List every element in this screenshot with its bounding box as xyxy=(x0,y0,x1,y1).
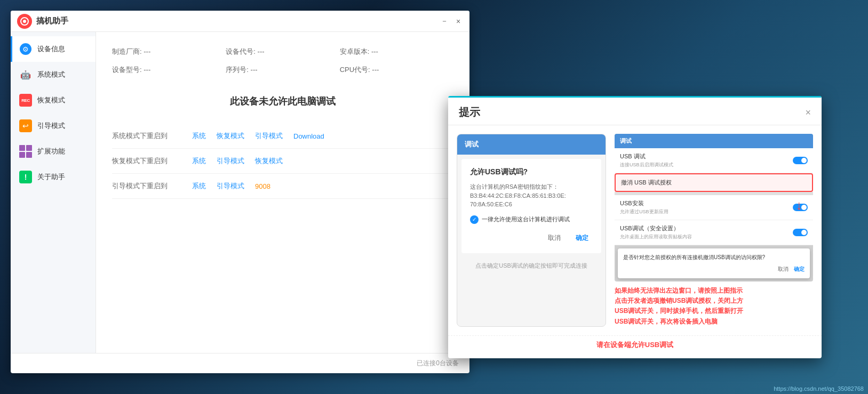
phone-screen-header: 调试 xyxy=(615,134,813,148)
cpu-item: CPU代号: --- xyxy=(340,61,453,79)
usb-ok-button[interactable]: 确定 xyxy=(571,231,593,245)
sidebar-item-recovery-mode[interactable]: REC 恢复模式 xyxy=(11,87,95,113)
reboot-row-recovery: 恢复模式下重启到 系统 引导模式 恢复模式 xyxy=(112,149,453,174)
sidebar-label-device-info: 设备信息 xyxy=(37,44,65,54)
toggle-usb-debug[interactable] xyxy=(793,157,808,164)
sidebar-item-about[interactable]: ! 关于助手 xyxy=(11,164,95,190)
settings-usb-install-label: USB安装 xyxy=(620,199,668,207)
usb-dialog-title: 允许USB调试吗? xyxy=(470,167,593,177)
reboot-label-guide: 引导模式下重启到 xyxy=(112,181,181,191)
footer-link: https://blog.csdn.net/qq_35082768 xyxy=(774,385,864,392)
device-warning: 此设备未允许此电脑调试 xyxy=(112,95,453,108)
app-logo-inner xyxy=(20,17,29,26)
settings-item-usb-install: USB安装 允许通过USB更新应用 xyxy=(615,195,813,220)
dialog-title-bar: 提示 × xyxy=(448,98,822,125)
sidebar-label-extend-func: 扩展功能 xyxy=(37,147,65,156)
settings-usb-install-sub: 允许通过USB更新应用 xyxy=(620,208,668,215)
usb-bottom-text: 点击确定USB调试的确定按钮即可完成连接 xyxy=(457,258,606,274)
sidebar-item-device-info[interactable]: 设备信息 xyxy=(11,36,95,62)
main-content: 制造厂商: --- 设备代号: --- 安卓版本: --- 设备型号: --- … xyxy=(96,32,469,353)
connection-status: 已连接0台设备 xyxy=(417,359,459,367)
reboot-btn-guide-to-system[interactable]: 系统 xyxy=(192,181,206,191)
gear-icon xyxy=(19,43,32,55)
reboot-btn-recovery-to-guide[interactable]: 引导模式 xyxy=(217,156,244,166)
reboot-label-system: 系统模式下重启到 xyxy=(112,131,181,141)
settings-item-usb-debug-text: USB 调试 连接USB后启用调试模式 xyxy=(620,152,673,168)
sidebar-label-system-mode: 系统模式 xyxy=(37,70,65,79)
reboot-btn-guide-to-guide[interactable]: 引导模式 xyxy=(217,181,244,191)
confirm-popup-text: 是否针对您之前授权的所有连接机撤消USB调试的访问权限? xyxy=(623,254,805,261)
settings-usb-security-label: USB调试（安全设置） xyxy=(620,224,692,232)
reboot-row-system: 系统模式下重启到 系统 恢复模式 引导模式 Download xyxy=(112,124,453,149)
usb-checkbox-label: 一律允许使用这台计算机进行调试 xyxy=(482,215,570,223)
phone-screen-sim: 调试 USB 调试 连接USB后启用调试模式 撤消 USB 调试授权 xyxy=(615,134,813,282)
confirm-popup-buttons: 取消 确定 xyxy=(623,266,805,273)
reboot-btn-system-to-recovery[interactable]: 恢复模式 xyxy=(217,131,244,141)
dialog-bottom-warning: 请在设备端允许USB调试 xyxy=(448,335,822,358)
instruction-text: 如果始终无法弹出左边窗口，请按照上图指示点击开发者选项撤销USB调试授权，关闭上… xyxy=(615,286,813,327)
reboot-btn-recovery-to-recovery[interactable]: 恢复模式 xyxy=(255,156,283,166)
device-code-label: 设备代号: --- xyxy=(226,47,264,57)
sidebar-label-about: 关于助手 xyxy=(37,172,65,182)
settings-item-usb-debug: USB 调试 连接USB后启用调试模式 xyxy=(615,148,813,173)
red-arrow-icon: ↓ xyxy=(796,198,802,213)
usb-cancel-button[interactable]: 取消 xyxy=(544,231,565,245)
phone-settings-list: USB 调试 连接USB后启用调试模式 撤消 USB 调试授权 USB安装 允许… xyxy=(615,148,813,245)
instruction-panel: 调试 USB 调试 连接USB后启用调试模式 撤消 USB 调试授权 xyxy=(615,134,813,327)
guide-icon: ↩ xyxy=(19,119,32,132)
reboot-btn-system-to-guide[interactable]: 引导模式 xyxy=(255,131,283,141)
manufacturer-label: 制造厂商: --- xyxy=(112,47,150,57)
extend-icon xyxy=(19,145,32,158)
usb-dialog-content: 允许USB调试吗? 这台计算机的RSA密钥指纹如下：B3:B4:44:2C:E8… xyxy=(461,159,601,253)
serial-item: 序列号: --- xyxy=(226,61,339,79)
title-bar: 搞机助手 － × xyxy=(11,11,469,32)
device-model-item: 设备型号: --- xyxy=(112,61,226,79)
reboot-btn-guide-to-9008[interactable]: 9008 xyxy=(255,182,270,190)
confirm-cancel-button[interactable]: 取消 xyxy=(778,266,789,273)
settings-item-usb-install-text: USB安装 允许通过USB更新应用 xyxy=(620,199,668,215)
serial-label: 序列号: --- xyxy=(226,65,257,75)
settings-revoke-usb-label: 撤消 USB 调试授权 xyxy=(621,179,672,187)
reboot-row-guide: 引导模式下重启到 系统 引导模式 9008 xyxy=(112,174,453,199)
app-logo xyxy=(17,14,32,29)
sidebar-item-guide-mode[interactable]: ↩ 引导模式 xyxy=(11,113,95,139)
usb-checkbox-row: 一律允许使用这台计算机进行调试 xyxy=(470,215,593,224)
android-icon xyxy=(19,68,32,81)
usb-dialog-header: 调试 xyxy=(457,134,606,155)
settings-item-usb-security-text: USB调试（安全设置） 允许桌面上的应用读取剪贴板内容 xyxy=(620,224,692,240)
window-controls: － × xyxy=(440,17,463,26)
manufacturer-item: 制造厂商: --- xyxy=(112,43,226,61)
about-icon: ! xyxy=(19,171,32,183)
rec-icon: REC xyxy=(19,94,32,107)
device-info-grid: 制造厂商: --- 设备代号: --- 安卓版本: --- 设备型号: --- … xyxy=(112,43,453,79)
sidebar-label-guide-mode: 引导模式 xyxy=(37,121,65,131)
reboot-label-recovery: 恢复模式下重启到 xyxy=(112,156,181,166)
close-button[interactable]: × xyxy=(453,17,463,26)
reboot-btn-recovery-to-system[interactable]: 系统 xyxy=(192,156,206,166)
reboot-btn-system-to-system[interactable]: 系统 xyxy=(192,131,206,141)
device-model-label: 设备型号: --- xyxy=(112,65,150,75)
usb-dialog-panel: 调试 允许USB调试吗? 这台计算机的RSA密钥指纹如下：B3:B4:44:2C… xyxy=(457,134,606,327)
sidebar: 设备信息 系统模式 REC 恢复模式 ↩ 引导模式 xyxy=(11,32,96,353)
sidebar-label-recovery-mode: 恢复模式 xyxy=(37,95,65,105)
reboot-btn-system-to-download[interactable]: Download xyxy=(293,132,324,140)
usb-checkbox[interactable] xyxy=(470,215,479,224)
dialog-body: 调试 允许USB调试吗? 这台计算机的RSA密钥指纹如下：B3:B4:44:2C… xyxy=(448,125,822,335)
cpu-label: CPU代号: --- xyxy=(340,65,379,75)
minimize-button[interactable]: － xyxy=(440,17,449,26)
dialog-close-button[interactable]: × xyxy=(805,108,811,117)
dialog-title: 提示 xyxy=(459,105,480,119)
android-version-label: 安卓版本: --- xyxy=(340,47,378,57)
settings-item-revoke-usb[interactable]: 撤消 USB 调试授权 xyxy=(615,173,813,192)
settings-usb-debug-label: USB 调试 xyxy=(620,152,673,160)
app-title: 搞机助手 xyxy=(36,16,68,26)
sidebar-item-extend-func[interactable]: 扩展功能 xyxy=(11,139,95,164)
android-version-item: 安卓版本: --- xyxy=(340,43,453,61)
confirm-popup: 是否针对您之前授权的所有连接机撤消USB调试的访问权限? 取消 确定 xyxy=(618,248,810,278)
device-code-item: 设备代号: --- xyxy=(226,43,339,61)
status-bar: 已连接0台设备 xyxy=(11,353,469,373)
reboot-section: 系统模式下重启到 系统 恢复模式 引导模式 Download 恢复模式下重启到 … xyxy=(112,124,453,199)
confirm-ok-button[interactable]: 确定 xyxy=(794,266,805,273)
sidebar-item-system-mode[interactable]: 系统模式 xyxy=(11,62,95,87)
toggle-usb-security[interactable] xyxy=(793,229,808,236)
